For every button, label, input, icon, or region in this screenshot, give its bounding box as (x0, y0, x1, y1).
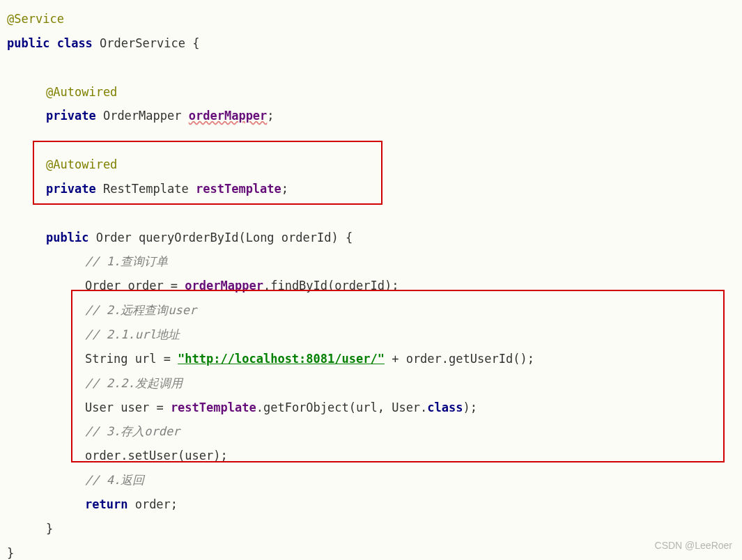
code-line: User user = restTemplate.getForObject(ur… (7, 396, 735, 420)
code-line: // 2.1.url地址 (7, 322, 735, 347)
code-block: @Service public class OrderService { @Au… (7, 7, 735, 560)
code-line: return order; (7, 492, 735, 517)
code-line: } (7, 541, 735, 560)
annotation-autowired: @Autowired (46, 85, 117, 99)
code-line: public Order queryOrderById(Long orderId… (7, 226, 735, 250)
code-line: // 3.存入order (7, 419, 735, 444)
comment: // 2.1.url地址 (85, 327, 180, 341)
field-resttemplate: restTemplate (196, 182, 281, 196)
code-line: public class OrderService { (7, 31, 735, 56)
comment: // 1.查询订单 (85, 254, 168, 268)
blank-line (7, 128, 735, 153)
code-line: Order order = orderMapper.findById(order… (7, 274, 735, 298)
code-line: String url = "http://localhost:8081/user… (7, 347, 735, 371)
annotation-service: @Service (7, 12, 64, 26)
comment: // 4.返回 (85, 473, 144, 487)
code-line: // 4.返回 (7, 468, 735, 492)
comment: // 3.存入order (85, 424, 180, 438)
code-line: private OrderMapper orderMapper; (7, 104, 735, 128)
code-line: order.setUser(user); (7, 444, 735, 468)
code-line: @Autowired (7, 80, 735, 104)
code-line: } (7, 517, 735, 541)
code-line: // 2.远程查询user (7, 298, 735, 322)
blank-line (7, 56, 735, 80)
comment: // 2.远程查询user (85, 303, 196, 317)
watermark: CSDN @LeeRoer (655, 536, 732, 556)
field-ordermapper: orderMapper (189, 109, 268, 123)
code-line: private RestTemplate restTemplate; (7, 177, 735, 201)
code-line: // 2.2.发起调用 (7, 371, 735, 396)
annotation-autowired: @Autowired (46, 157, 117, 171)
code-line: // 1.查询订单 (7, 249, 735, 274)
code-line: @Service (7, 7, 735, 31)
blank-line (7, 201, 735, 226)
code-line: @Autowired (7, 153, 735, 177)
comment: // 2.2.发起调用 (85, 376, 183, 390)
url-string-literal: "http://localhost:8081/user/" (178, 352, 385, 366)
